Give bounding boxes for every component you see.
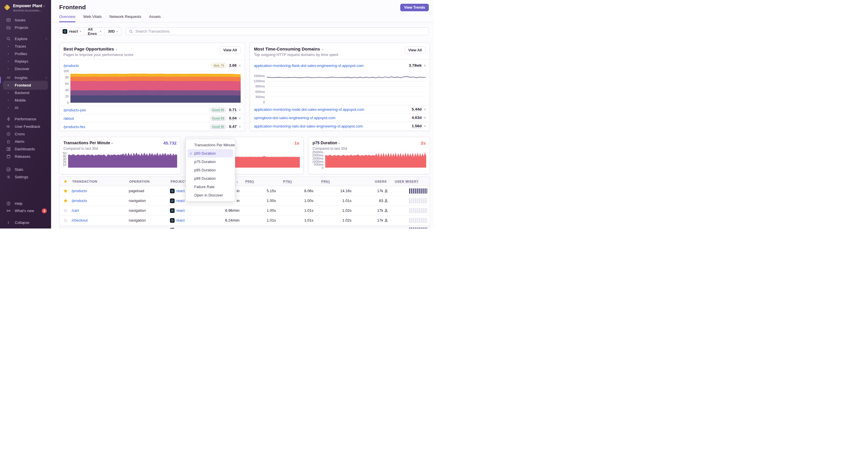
panel-title[interactable]: Best Page Opportunities [63, 46, 114, 51]
environment-filter[interactable]: All Envs ˅ [84, 28, 104, 35]
menu-item-p95[interactable]: p95 Duration [186, 166, 235, 174]
menu-item-p75[interactable]: p75 Duration [186, 158, 235, 166]
sidebar-item-backend[interactable]: Backend [0, 90, 51, 96]
sidebar-item-mobile[interactable]: Mobile [0, 97, 51, 104]
transaction-link[interactable]: /products-join [63, 108, 86, 112]
table-row[interactable]: /products pageload react in 5.15s 8.06s … [59, 186, 430, 196]
sidebar-item-ai[interactable]: AI [0, 104, 51, 111]
col-header-user-misery[interactable]: USER MISERY [389, 180, 430, 183]
chevron-down-icon[interactable]: ˅ [424, 108, 426, 111]
chevron-down-icon[interactable]: ˅ [424, 116, 426, 120]
col-header-transaction[interactable]: TRANSACTION [71, 180, 129, 183]
chevron-down-icon[interactable]: ˅ [424, 125, 426, 128]
sidebar-item-discover[interactable]: Discover [0, 65, 51, 72]
star-toggle[interactable] [59, 199, 71, 203]
view-trends-button[interactable]: View Trends [400, 4, 429, 11]
col-header-p50[interactable]: P50() [240, 180, 276, 183]
tab-web-vitals[interactable]: Web Vitals [83, 14, 101, 22]
transaction-link[interactable]: /about [63, 116, 74, 121]
sidebar-item-stats[interactable]: Stats [0, 166, 51, 173]
chevron-down-icon[interactable]: ˅ [239, 125, 241, 128]
project-link[interactable]: react [176, 218, 185, 223]
sidebar-group-insights[interactable]: Insights ˄ [0, 74, 51, 81]
sidebar-collapse-button[interactable]: Collapse [0, 219, 51, 226]
sidebar-item-profiles[interactable]: Profiles [0, 51, 51, 57]
sidebar-item-replays[interactable]: Replays [0, 58, 51, 65]
sidebar-item-projects[interactable]: Projects [0, 24, 51, 31]
star-toggle[interactable] [59, 208, 71, 213]
project-link[interactable]: react [176, 189, 185, 193]
project-link[interactable]: react [176, 208, 185, 213]
sidebar-item-settings[interactable]: Settings [0, 174, 51, 180]
col-header-p95[interactable]: P95() [313, 180, 351, 183]
project-link[interactable]: react [176, 228, 185, 229]
project-link[interactable]: react [176, 198, 185, 203]
domain-row-node[interactable]: application-monitoring-node-dot-sales-en… [250, 105, 430, 113]
transaction-link[interactable]: /products [63, 63, 79, 68]
view-all-button[interactable]: View All [405, 46, 426, 54]
sidebar-item-crons[interactable]: Crons [0, 131, 51, 137]
star-toggle[interactable] [59, 189, 71, 193]
user-misery-bars [409, 188, 428, 194]
sidebar-item-performance[interactable]: Performance [0, 116, 51, 122]
metric-selector[interactable]: p75 Duration ˅ [312, 140, 340, 145]
star-toggle[interactable] [59, 219, 71, 223]
tab-network-requests[interactable]: Network Requests [110, 14, 141, 22]
col-header-operation[interactable]: OPERATION [129, 180, 170, 183]
table-row[interactable]: /cart navigation react 6.96/min 1.00s 1.… [59, 206, 430, 216]
chevron-down-icon[interactable]: ˅ [239, 108, 241, 112]
col-header-p75[interactable]: P75() [276, 180, 313, 183]
menu-item-failure-rate[interactable]: Failure Rate [186, 183, 235, 191]
table-row[interactable]: /checkout navigation react 6.24/min 1.01… [59, 216, 430, 225]
search-transactions-input[interactable] [135, 29, 426, 33]
panel-title[interactable]: Most Time-Consuming Domains [254, 46, 320, 51]
opportunity-row-products-fes[interactable]: /products-fes Good 95 0.47 ˅ [59, 122, 245, 131]
view-all-button[interactable]: View All [220, 46, 241, 54]
react-project-icon [170, 228, 175, 228]
tab-assets[interactable]: Assets [149, 14, 161, 22]
chevron-up-icon[interactable]: ˄ [239, 64, 241, 67]
table-row[interactable]: /products navigation react in 1.00s 1.00… [59, 196, 430, 206]
domain-link[interactable]: application-monitoring-flask-dot-sales-e… [254, 63, 364, 68]
transaction-link[interactable]: /cart [71, 208, 79, 213]
menu-item-tpm[interactable]: Transactions Per Minute [186, 141, 235, 149]
date-range-filter[interactable]: 30D ˅ [104, 28, 121, 35]
transaction-link[interactable]: /products [71, 198, 87, 203]
domain-link[interactable]: application-monitoring-rails-dot-sales-e… [254, 124, 363, 128]
sidebar-item-whats-new[interactable]: What's new 4 [0, 207, 51, 215]
sidebar-item-alerts[interactable]: Alerts [0, 138, 51, 145]
transaction-link[interactable]: /checkout [71, 218, 88, 223]
sidebar-item-issues[interactable]: Issues [0, 17, 51, 23]
sidebar-item-releases[interactable]: Releases [0, 153, 51, 160]
sidebar-item-frontend[interactable]: Frontend [0, 82, 51, 89]
chevron-up-icon[interactable]: ˄ [424, 64, 426, 67]
menu-item-p99[interactable]: p99 Duration [186, 174, 235, 183]
project-filter[interactable]: react ˅ [59, 28, 84, 35]
sidebar-item-help[interactable]: Help [0, 200, 51, 207]
transaction-link[interactable]: /products-fes [63, 125, 85, 129]
org-switcher[interactable]: Empower Plant ˅ dominik.buszowiec... [0, 0, 51, 12]
opportunity-row-products[interactable]: /products Meh 79 3.66 ˄ [59, 59, 245, 69]
sidebar-group-explore[interactable]: Explore ˄ [0, 35, 51, 42]
transaction-link[interactable]: /products-join [71, 228, 94, 229]
metric-selector[interactable]: Transactions Per Minute ˅ [63, 140, 113, 145]
domain-row-springboot[interactable]: springboot-dot-sales-engineering-sf.apps… [250, 113, 430, 122]
domain-row-rails[interactable]: application-monitoring-rails-dot-sales-e… [250, 122, 430, 130]
domain-time-value: 4.63d [412, 116, 422, 120]
chevron-down-icon[interactable]: ˅ [239, 117, 241, 120]
domain-link[interactable]: application-monitoring-node-dot-sales-en… [254, 107, 364, 112]
star-column-header[interactable] [59, 179, 71, 184]
sidebar-item-traces[interactable]: Traces [0, 43, 51, 50]
opportunity-row-about[interactable]: /about Good 99 0.04 ˅ [59, 114, 245, 122]
sidebar-item-dashboards[interactable]: Dashboards [0, 146, 51, 152]
col-header-users[interactable]: USERS [351, 180, 389, 183]
menu-item-open-discover[interactable]: Open in Discover [186, 191, 235, 199]
menu-item-p50[interactable]: ✓p50 Duration [188, 149, 233, 158]
sidebar-item-user-feedback[interactable]: User Feedback [0, 123, 51, 130]
domain-row-flask[interactable]: application-monitoring-flask-dot-sales-e… [250, 59, 430, 69]
table-row[interactable]: /products-join pageload react 3.88/min 1… [59, 225, 430, 228]
transaction-link[interactable]: /products [71, 189, 87, 193]
opportunity-row-products-join[interactable]: /products-join Good 95 0.71 ˅ [59, 106, 245, 114]
domain-link[interactable]: springboot-dot-sales-engineering-sf.apps… [254, 116, 336, 120]
tab-overview[interactable]: Overview [59, 14, 75, 22]
